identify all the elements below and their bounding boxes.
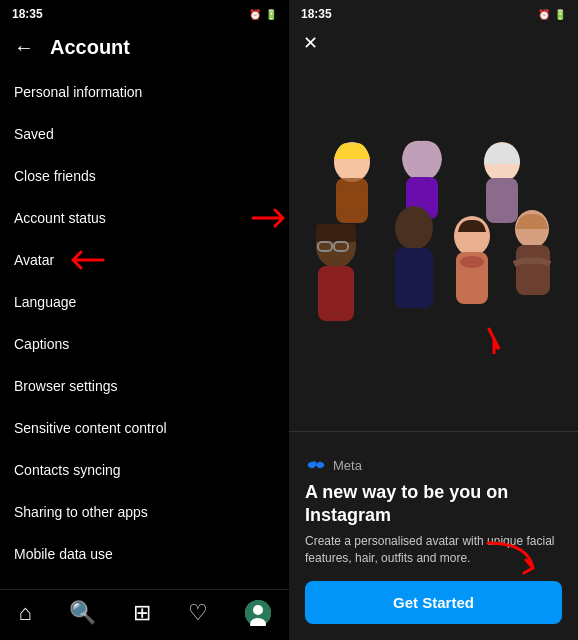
nav-likes-icon[interactable]: ♡ [188, 600, 208, 626]
avatar-image-area [289, 58, 578, 431]
svg-rect-23 [516, 245, 550, 295]
meta-logo: Meta [305, 458, 562, 473]
menu-item-browser-settings[interactable]: Browser settings [0, 365, 289, 407]
status-icons-left: ⏰ 🔋 [249, 9, 277, 20]
get-started-button[interactable]: Get Started [305, 581, 562, 624]
nav-home-icon[interactable]: ⌂ [18, 600, 31, 626]
close-button-area[interactable]: ✕ [289, 28, 578, 58]
svg-rect-10 [486, 178, 518, 223]
nav-search-icon[interactable]: 🔍 [69, 600, 96, 626]
page-title: Account [50, 36, 130, 59]
menu-item-account-status[interactable]: Account status [0, 197, 289, 239]
svg-rect-18 [395, 248, 433, 308]
menu-item-avatar[interactable]: Avatar [0, 239, 289, 281]
bottom-nav: ⌂ 🔍 ⊞ ♡ [0, 589, 289, 640]
svg-point-21 [460, 256, 484, 268]
alarm-icon-right: ⏰ [538, 9, 550, 20]
promo-description: Create a personalised avatar with unique… [305, 533, 562, 567]
nav-avatar[interactable] [245, 600, 271, 626]
svg-point-17 [395, 206, 433, 250]
right-panel: 18:35 ⏰ 🔋 ✕ [289, 0, 578, 640]
battery-icon: 🔋 [265, 9, 277, 20]
menu-item-personal-information[interactable]: Personal information [0, 71, 289, 113]
menu-item-sensitive-content[interactable]: Sensitive content control [0, 407, 289, 449]
alarm-icon: ⏰ [249, 9, 261, 20]
svg-rect-5 [336, 178, 368, 223]
status-bar-right: 18:35 ⏰ 🔋 [289, 0, 578, 28]
status-icons-right: ⏰ 🔋 [538, 9, 566, 20]
left-panel: 18:35 ⏰ 🔋 ← Account Personal information… [0, 0, 289, 640]
menu-item-language[interactable]: Language [0, 281, 289, 323]
header-left: ← Account [0, 28, 289, 71]
nav-reels-icon[interactable]: ⊞ [133, 600, 151, 626]
menu-item-saved[interactable]: Saved [0, 113, 289, 155]
avatar-scene [304, 134, 564, 354]
meta-infinity-icon [305, 458, 327, 472]
status-time-left: 18:35 [12, 7, 43, 21]
annotation-arrow-avatar [55, 248, 105, 272]
divider [289, 431, 578, 432]
close-icon[interactable]: ✕ [303, 33, 318, 53]
promo-title: A new way to be you on Instagram [305, 481, 562, 528]
nav-avatar-icon [245, 600, 271, 626]
back-button[interactable]: ← [14, 36, 34, 59]
menu-item-close-friends[interactable]: Close friends [0, 155, 289, 197]
status-bar-left: 18:35 ⏰ 🔋 [0, 0, 289, 28]
annotation-arrow-account-status [251, 206, 289, 230]
svg-rect-16 [318, 266, 354, 321]
menu-item-contacts-syncing[interactable]: Contacts syncing [0, 449, 289, 491]
svg-point-6 [334, 142, 370, 182]
svg-rect-12 [316, 224, 356, 242]
svg-point-1 [253, 605, 263, 615]
menu-item-mobile-data[interactable]: Mobile data use [0, 533, 289, 575]
meta-label: Meta [333, 458, 362, 473]
bottom-content: Meta A new way to be you on Instagram Cr… [289, 444, 578, 640]
menu-item-sharing-other-apps[interactable]: Sharing to other apps [0, 491, 289, 533]
menu-item-captions[interactable]: Captions [0, 323, 289, 365]
status-time-right: 18:35 [301, 7, 332, 21]
battery-icon-right: 🔋 [554, 9, 566, 20]
menu-list: Personal information Saved Close friends… [0, 71, 289, 589]
menu-item-original-posts[interactable]: Original posts [0, 575, 289, 589]
